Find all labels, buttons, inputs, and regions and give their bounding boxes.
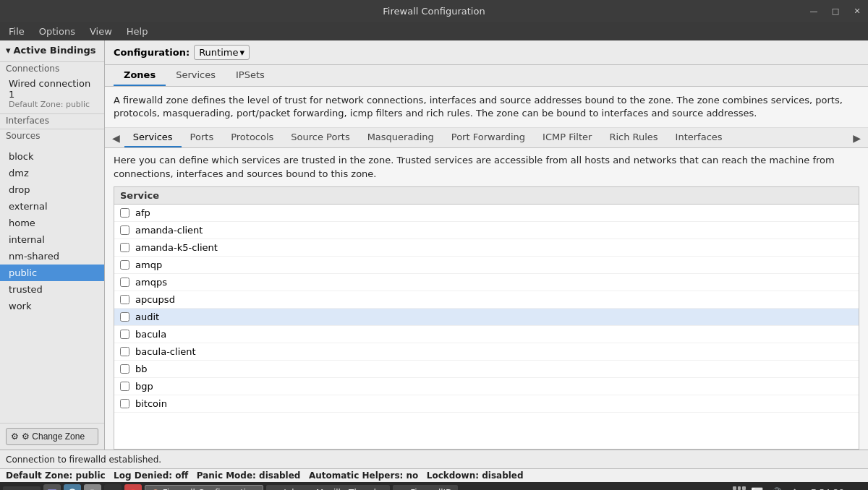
table-row[interactable]: bitcoin [114,395,859,413]
taskbar-icon-terminal[interactable]: $_ [104,484,122,490]
service-bgp-label: bgp [135,381,153,392]
close-button[interactable]: ✕ [846,0,868,22]
sidebar-zone-nm-shared[interactable]: nm-shared [0,248,104,265]
sidebar-collapse-icon[interactable]: ▾ [6,45,11,56]
service-afp-checkbox[interactable] [120,208,129,218]
config-bar: Configuration: Runtime ▾ [105,40,868,65]
table-row[interactable]: afp [114,205,859,222]
service-audit-checkbox[interactable] [120,312,129,322]
sidebar-zone-dmz[interactable]: dmz [0,165,104,181]
bottom-status: Default Zone: public Log Denied: off Pan… [0,468,868,482]
table-row[interactable]: apcupsd [114,291,859,309]
service-bitcoin-checkbox[interactable] [120,399,129,408]
inner-tab-interfaces[interactable]: Interfaces [667,128,731,147]
service-bacula-client-label: bacula-client [135,346,196,357]
dropdown-arrow-icon: ▾ [239,47,244,58]
maximize-button[interactable]: □ [825,0,846,22]
table-row[interactable]: bgp [114,378,859,395]
service-afp-label: afp [135,207,150,218]
main-tabs: Zones Services IPSets [105,65,868,87]
tab-ipsets[interactable]: IPSets [226,65,275,86]
service-bb-label: bb [135,364,148,374]
inner-tab-protocols[interactable]: Protocols [222,128,282,147]
config-dropdown[interactable]: Runtime ▾ [194,45,250,60]
change-zone-button[interactable]: ⚙ ⚙ Change Zone [6,428,98,445]
scroll-left-icon[interactable]: ◀ [108,129,124,147]
table-row[interactable]: bacula [114,326,859,343]
zone-description: A firewalld zone defines the level of tr… [105,87,868,128]
service-bacula-client-checkbox[interactable] [120,347,129,356]
service-amqp-checkbox[interactable] [120,260,129,270]
taskbar-icon-chromium[interactable] [64,484,81,490]
sidebar-zone-drop[interactable]: drop [0,181,104,198]
taskbar-volume-icon[interactable]: 🔊 [769,486,783,490]
service-amqps-checkbox[interactable] [120,278,129,287]
sidebar-zone-trusted[interactable]: trusted [0,281,104,298]
table-row[interactable]: amqps [114,274,859,291]
inner-tab-rich-rules[interactable]: Rich Rules [600,128,666,147]
menu-help[interactable]: Help [121,25,154,38]
sidebar-zone-home[interactable]: home [0,215,104,231]
inner-tab-masquerading[interactable]: Masquerading [359,128,443,147]
inner-tab-source-ports[interactable]: Source Ports [282,128,358,147]
service-apcupsd-checkbox[interactable] [120,295,129,304]
window-title: Firewall Configuration [383,6,485,17]
sidebar-bottom: ⚙ ⚙ Change Zone [0,423,104,450]
taskbar-app-firewall[interactable]: Firewall Configuration [145,485,263,490]
service-amanda-k5-client-checkbox[interactable] [120,243,129,252]
table-row[interactable]: audit [114,309,859,326]
sidebar-title: Active Bindings [14,45,96,56]
service-amanda-client-checkbox[interactable] [120,225,129,235]
taskbar-app-firewallid[interactable]: FirewallID [393,485,458,490]
menu-options[interactable]: Options [33,25,81,38]
inner-tab-ports[interactable]: Ports [182,128,223,147]
sidebar-header[interactable]: ▾ Active Bindings [0,40,104,60]
services-description: Here you can define which services are t… [105,148,868,186]
status-bar: Connection to firewalld established. [0,450,868,468]
tab-services[interactable]: Services [166,65,226,86]
taskbar-window-icon[interactable]: ⬜ [750,486,765,490]
taskbar: Menu $_ Firewall Configuration Inbox - M… [0,482,868,490]
sidebar-zone-public[interactable]: public [0,265,104,281]
sidebar-zone-internal[interactable]: internal [0,231,104,248]
sidebar-zone-external[interactable]: external [0,198,104,215]
inner-tabs-wrap: ◀ Services Ports Protocols Source Ports … [105,128,868,148]
grid-icon[interactable] [733,486,746,490]
table-row[interactable]: amanda-client [114,222,859,239]
table-row[interactable]: bb [114,361,859,378]
taskbar-right: ⬜ 🔊 ⬆ 7:54:38 am [733,486,865,490]
menu-view[interactable]: View [84,25,118,38]
inner-tab-services[interactable]: Services [124,128,182,147]
inner-tab-port-forwarding[interactable]: Port Forwarding [443,128,534,147]
taskbar-app-thunderbird[interactable]: Inbox - Mozilla Thund... [266,485,390,490]
taskbar-menu-button[interactable]: Menu [3,486,41,491]
scroll-right-icon[interactable]: ▶ [848,129,865,147]
sidebar-zone-work[interactable]: work [0,298,104,314]
tab-zones[interactable]: Zones [114,65,166,86]
taskbar-icon-files[interactable] [84,484,101,490]
sidebar-section-interfaces: Interfaces [0,113,104,127]
window-controls: — □ ✕ [803,0,868,22]
taskbar-icon-1[interactable] [43,484,61,490]
menu-file[interactable]: File [3,25,30,38]
default-zone-label: Default Zone: public [6,470,106,481]
service-bacula-checkbox[interactable] [120,330,129,339]
table-row[interactable]: amqp [114,257,859,274]
app-body: ▾ Active Bindings Connections Wired conn… [0,40,868,450]
sidebar-item-wired[interactable]: Wired connection 1 Default Zone: public [0,75,104,112]
minimize-button[interactable]: — [803,0,825,22]
lockdown-label: Lockdown: disabled [427,470,524,481]
service-bb-checkbox[interactable] [120,364,129,374]
table-row[interactable]: bacula-client [114,343,859,361]
sidebar-zone-block[interactable]: block [0,148,104,165]
table-header: Service [114,187,859,205]
taskbar-network-icon[interactable]: ⬆ [788,486,802,490]
inner-tab-icmp-filter[interactable]: ICMP Filter [534,128,600,147]
main-panel: Configuration: Runtime ▾ Zones Services … [105,40,868,450]
service-bgp-checkbox[interactable] [120,382,129,391]
table-row[interactable]: amanda-k5-client [114,239,859,257]
taskbar-icon-thunderbird[interactable] [124,484,142,490]
services-table: Service afp amanda-client amanda-k5-clie… [114,186,859,450]
service-audit-label: audit [135,311,159,322]
sidebar-wired-label: Wired connection 1 [9,78,95,100]
